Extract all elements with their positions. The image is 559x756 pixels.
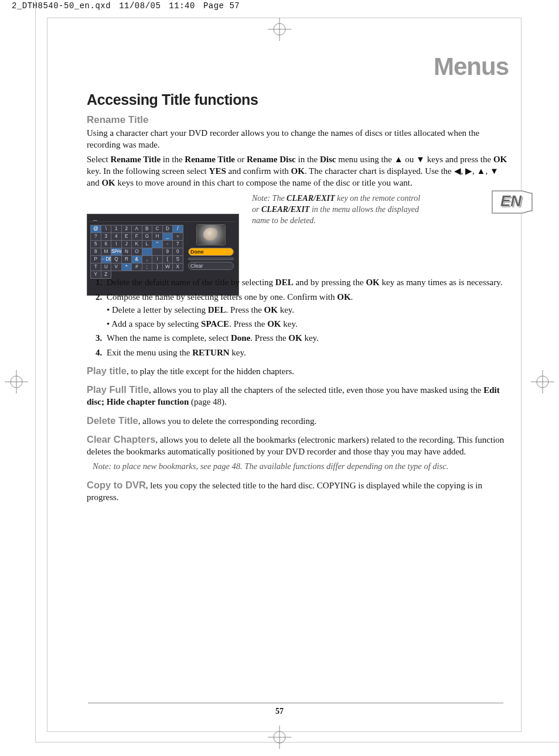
register-mark-right bbox=[531, 370, 554, 394]
play-full-title-paragraph: Play Full Title, allows you to play all … bbox=[87, 383, 509, 408]
bookmarks-note: Note: to place new bookmarks, see page 4… bbox=[93, 461, 509, 473]
clear-chapters-paragraph: Clear Chapters, allows you to delete all… bbox=[87, 433, 509, 458]
footer-rule bbox=[88, 703, 503, 703]
intro-p1: Using a character chart your DVD recorde… bbox=[87, 127, 509, 151]
rename-title-heading: Rename Title bbox=[87, 114, 509, 126]
intro-p2: Select Rename Title in the Rename Title … bbox=[87, 153, 509, 189]
section-title: Accessing Title functions bbox=[87, 91, 509, 108]
step-1: Delete the default name of the title by … bbox=[104, 276, 509, 288]
steps-list: Delete the default name of the title by … bbox=[87, 276, 509, 358]
page: 2_DTH8540-50_en.qxd 11/08/05 11:40 Page … bbox=[0, 0, 559, 756]
step-4: Exit the menu using the RETURN key. bbox=[104, 347, 509, 358]
step-2-bullet-2: Add a space by selecting SPACE. Press th… bbox=[107, 318, 509, 330]
register-mark-top bbox=[268, 18, 291, 41]
page-number: 57 bbox=[275, 707, 284, 716]
register-mark-left bbox=[5, 370, 28, 394]
register-mark-bottom bbox=[268, 726, 291, 749]
step-2: Compose the name by selecting letters on… bbox=[104, 291, 509, 330]
play-title-paragraph: Play title, to play the title except for… bbox=[87, 364, 509, 377]
content-column: Menus Accessing Title functions Rename T… bbox=[87, 53, 509, 507]
copy-to-dvr-paragraph: Copy to DVR, lets you copy the selected … bbox=[87, 478, 509, 504]
delete-title-paragraph: Delete Title, allows you to delete the c… bbox=[87, 414, 509, 427]
step-3: When the name is complete, select Done. … bbox=[104, 332, 509, 344]
step-2-bullet-1: Delete a letter by selecting DEL. Press … bbox=[107, 304, 509, 316]
chapter-title: Menus bbox=[87, 53, 509, 81]
